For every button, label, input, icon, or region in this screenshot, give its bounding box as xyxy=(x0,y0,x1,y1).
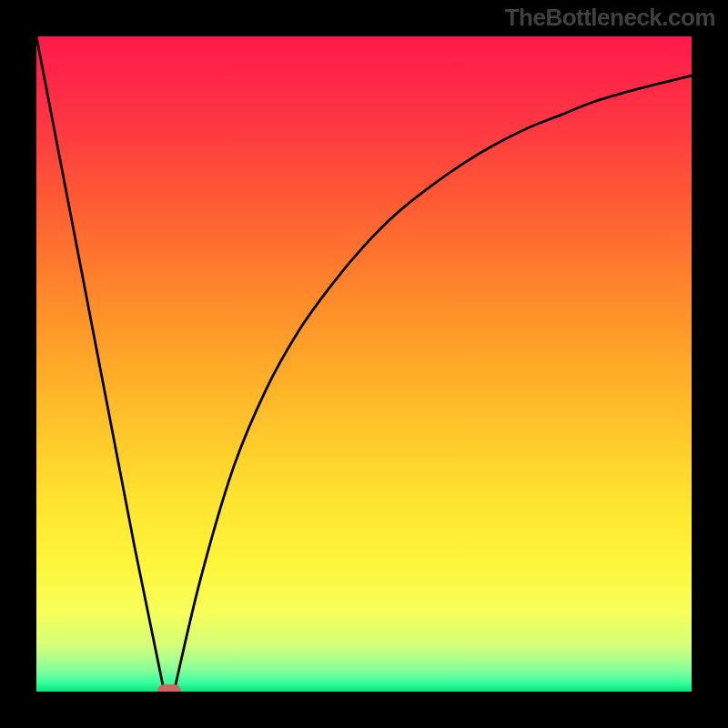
watermark-text: TheBottleneck.com xyxy=(505,4,715,32)
curve-layer xyxy=(36,36,692,692)
optimal-point-marker xyxy=(157,684,181,692)
plot-area xyxy=(36,36,692,692)
right-branch-line xyxy=(174,76,692,692)
left-branch-line xyxy=(36,36,164,692)
